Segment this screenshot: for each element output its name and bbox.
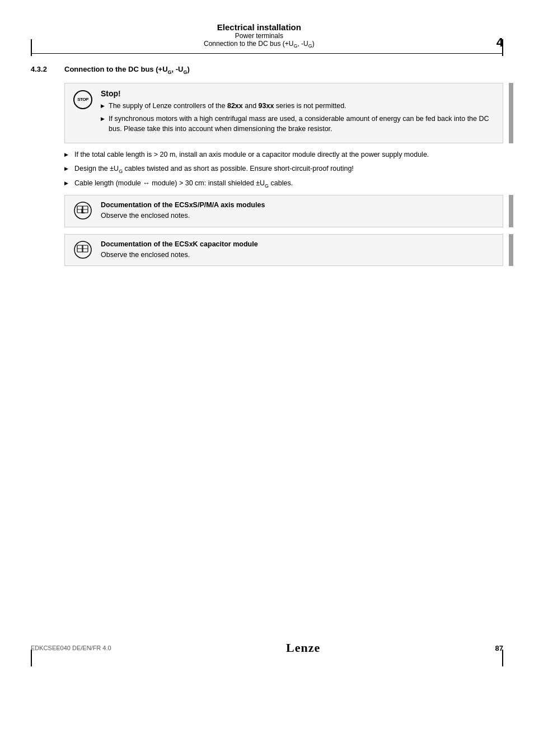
bullet-item: If the total cable length is > 20 m, ins… [64, 150, 503, 160]
page-header: Electrical installation Power terminals … [31, 22, 503, 54]
section-heading: 4.3.2 Connection to the DC bus (+UG, -UG… [31, 65, 503, 75]
stop-list-item: The supply of Lenze controllers of the 8… [101, 101, 489, 111]
page-container: Electrical installation Power terminals … [0, 22, 534, 756]
stop-box-accent [509, 83, 513, 144]
bullet-item: Design the ±UG cables twisted and as sho… [64, 164, 503, 175]
info-box2: Documentation of the ECSxK capacitor mod… [64, 234, 503, 267]
main-content: 4.3.2 Connection to the DC bus (+UG, -UG… [31, 65, 503, 266]
bullet-item: Cable length (module ↔ module) > 30 cm: … [64, 179, 503, 189]
info-box1-wrapper: L Documentation of [64, 195, 503, 227]
info-text2: Observe the enclosed notes. [101, 250, 489, 260]
footer-right: 87 [495, 644, 503, 652]
stop-list: The supply of Lenze controllers of the 8… [101, 101, 489, 134]
info-icon-area1: L [71, 201, 95, 220]
lenze-book-icon: L [73, 201, 92, 220]
bullet-list: If the total cable length is > 20 m, ins… [64, 150, 503, 189]
stop-box: STOP Stop! The supply of Lenze controlle… [64, 83, 503, 144]
footer-left: EDKCSEE040 DE/EN/FR 4.0 [31, 645, 111, 651]
info-text1: Observe the enclosed notes. [101, 211, 489, 221]
info-content1: Documentation of the ECSxS/P/M/A axis mo… [101, 201, 489, 221]
stop-badge: STOP [73, 90, 92, 109]
header-subtitle1: Power terminals [31, 32, 488, 40]
header-content: Electrical installation Power terminals … [31, 22, 488, 49]
stop-icon-area: STOP [71, 89, 95, 109]
header-chapter: 4 [496, 36, 503, 49]
header-title: Electrical installation [31, 22, 488, 32]
stop-title: Stop! [101, 89, 489, 98]
stop-badge-text: STOP [77, 97, 88, 102]
info-icon-area2 [71, 240, 95, 259]
stop-box-wrapper: STOP Stop! The supply of Lenze controlle… [64, 83, 503, 144]
header-subtitle2: Connection to the DC bus (+UG, -UG) [31, 40, 488, 49]
stop-content: Stop! The supply of Lenze controllers of… [101, 89, 489, 138]
page-footer: EDKCSEE040 DE/EN/FR 4.0 Lenze 87 [31, 641, 503, 655]
footer-center: Lenze [286, 641, 320, 655]
section-number: 4.3.2 [31, 65, 64, 73]
info-title2: Documentation of the ECSxK capacitor mod… [101, 240, 489, 248]
info-title1: Documentation of the ECSxS/P/M/A axis mo… [101, 201, 489, 209]
info-content2: Documentation of the ECSxK capacitor mod… [101, 240, 489, 260]
stop-list-item: If synchronous motors with a high centri… [101, 114, 489, 134]
info-box1-accent [509, 195, 513, 227]
info-box1: L Documentation of [64, 195, 503, 227]
info-box2-wrapper: Documentation of the ECSxK capacitor mod… [64, 234, 503, 267]
info-box2-accent [509, 234, 513, 267]
section-title: Connection to the DC bus (+UG, -UG) [64, 65, 190, 75]
lenze-book-icon2 [73, 240, 92, 259]
